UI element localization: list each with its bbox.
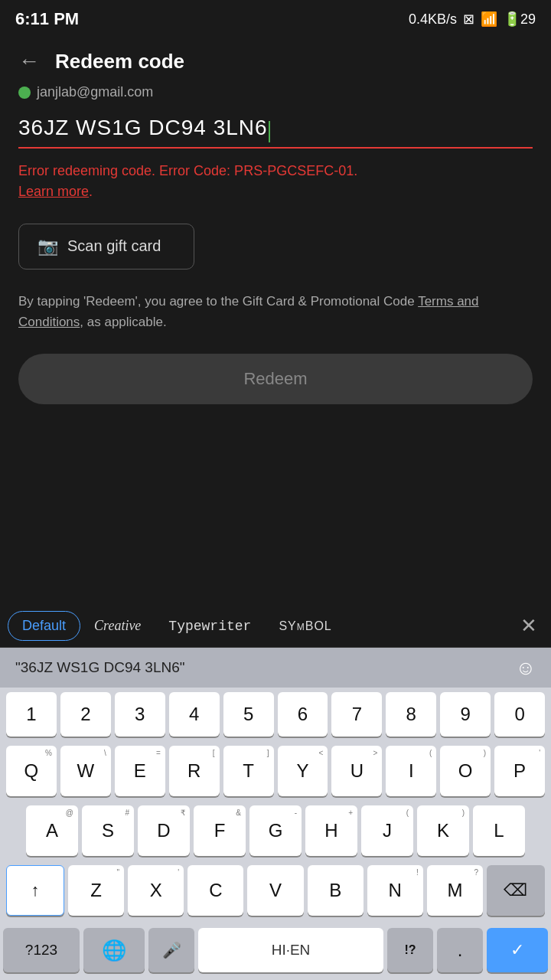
camera-icon: 📷 xyxy=(37,237,58,256)
shift-key[interactable]: ↑ xyxy=(6,865,64,916)
scan-button-label: Scan gift card xyxy=(67,237,161,255)
key-r[interactable]: [R xyxy=(169,746,220,796)
email-row: janjlab@gmail.com xyxy=(18,84,533,100)
key-4[interactable]: 4 xyxy=(169,692,220,737)
key-a[interactable]: @A xyxy=(26,805,78,856)
key-5[interactable]: 5 xyxy=(223,692,274,737)
tab-default[interactable]: Default xyxy=(8,611,80,641)
wifi-icon: 📶 xyxy=(481,11,497,28)
key-v[interactable]: V xyxy=(247,865,303,916)
error-text: Error redeeming code. Error Code: PRS-PG… xyxy=(18,163,357,178)
key-8[interactable]: 8 xyxy=(386,692,436,737)
autocomplete-text[interactable]: "36JZ WS1G DC94 3LN6" xyxy=(15,659,515,676)
key-y[interactable]: <Y xyxy=(278,746,328,796)
data-icon: ⊠ xyxy=(463,11,474,28)
key-1[interactable]: 1 xyxy=(6,692,57,737)
email-dot xyxy=(18,87,31,99)
status-bar: 6:11 PM 0.4KB/s ⊠ 📶 🔋29 xyxy=(0,0,551,38)
number-row: 1 2 3 4 5 6 7 8 9 0 xyxy=(3,688,548,741)
learn-more-link[interactable]: Learn more xyxy=(18,184,89,199)
network-speed: 0.4KB/s xyxy=(409,11,457,28)
header: ← Redeem code xyxy=(0,38,551,84)
key-j[interactable]: (J xyxy=(361,805,413,856)
status-time: 6:11 PM xyxy=(15,9,79,29)
key-f[interactable]: &F xyxy=(194,805,246,856)
key-b[interactable]: B xyxy=(308,865,364,916)
numbers-key[interactable]: ?123 xyxy=(3,928,80,972)
key-h[interactable]: +H xyxy=(305,805,357,856)
bottom-row: ?123 🌐 🎤 HI·EN !? . ✓ xyxy=(0,925,551,980)
key-g[interactable]: -G xyxy=(249,805,302,856)
text-cursor xyxy=(269,121,270,142)
error-message: Error redeeming code. Error Code: PRS-PG… xyxy=(18,161,533,202)
terms-text: By tapping 'Redeem', you agree to the Gi… xyxy=(18,291,533,332)
tab-symbol[interactable]: SYMBOL xyxy=(265,613,345,639)
key-d[interactable]: ₹D xyxy=(138,805,190,856)
tab-creative[interactable]: Creative xyxy=(80,612,155,640)
key-s[interactable]: #S xyxy=(82,805,134,856)
keyboard-area: Default Creative Typewriter SYMBOL ✕ "36… xyxy=(0,605,551,980)
emoji-button[interactable]: ☺ xyxy=(515,656,536,680)
key-p[interactable]: 'P xyxy=(494,746,545,796)
space-key[interactable]: HI·EN xyxy=(198,928,383,972)
dot-key[interactable]: . xyxy=(437,928,483,972)
enter-key[interactable]: ✓ xyxy=(487,928,548,972)
key-c[interactable]: C xyxy=(187,865,243,916)
key-n[interactable]: !N xyxy=(367,865,423,916)
status-right: 0.4KB/s ⊠ 📶 🔋29 xyxy=(409,11,536,28)
email-address: janjlab@gmail.com xyxy=(37,84,153,100)
key-l[interactable]: L xyxy=(473,805,525,856)
main-content: janjlab@gmail.com 36JZ WS1G DC94 3LN6 Er… xyxy=(0,84,551,420)
row-zxcvbnm: ↑ "Z 'X C V B !N ?M ⌫ xyxy=(3,861,548,920)
key-k[interactable]: )K xyxy=(417,805,469,856)
key-q[interactable]: %Q xyxy=(6,746,57,796)
key-7[interactable]: 7 xyxy=(331,692,382,737)
backspace-key[interactable]: ⌫ xyxy=(487,865,545,916)
mic-key[interactable]: 🎤 xyxy=(148,928,194,972)
key-2[interactable]: 2 xyxy=(60,692,111,737)
code-input-value[interactable]: 36JZ WS1G DC94 3LN6 xyxy=(18,116,268,139)
key-0[interactable]: 0 xyxy=(494,692,545,737)
keyboard-close-button[interactable]: ✕ xyxy=(514,608,543,644)
key-t[interactable]: ]T xyxy=(223,746,274,796)
autocomplete-bar: "36JZ WS1G DC94 3LN6" ☺ xyxy=(0,648,551,688)
key-i[interactable]: (I xyxy=(386,746,436,796)
key-3[interactable]: 3 xyxy=(115,692,165,737)
terms-suffix: , as applicable. xyxy=(80,315,166,329)
key-6[interactable]: 6 xyxy=(278,692,328,737)
font-tabs: Default Creative Typewriter SYMBOL ✕ xyxy=(0,605,551,648)
key-w[interactable]: \W xyxy=(60,746,111,796)
back-button[interactable]: ← xyxy=(15,46,43,77)
key-9[interactable]: 9 xyxy=(440,692,491,737)
tab-typewriter[interactable]: Typewriter xyxy=(155,612,265,640)
row-qwerty: %Q \W =E [R ]T <Y >U (I )O 'P xyxy=(3,741,548,801)
redeem-button[interactable]: Redeem xyxy=(18,354,533,404)
key-o[interactable]: )O xyxy=(440,746,491,796)
key-u[interactable]: >U xyxy=(331,746,382,796)
scan-gift-card-button[interactable]: 📷 Scan gift card xyxy=(18,224,194,270)
code-input-wrapper: 36JZ WS1G DC94 3LN6 xyxy=(18,116,533,149)
row-asdf: @A #S ₹D &F -G +H (J )K L xyxy=(3,801,548,861)
terms-prefix: By tapping 'Redeem', you agree to the Gi… xyxy=(18,294,418,309)
key-e[interactable]: =E xyxy=(115,746,165,796)
page-title: Redeem code xyxy=(55,50,184,74)
key-x[interactable]: 'X xyxy=(128,865,184,916)
globe-key[interactable]: 🌐 xyxy=(83,928,145,972)
excl-key[interactable]: !? xyxy=(387,928,433,972)
key-m[interactable]: ?M xyxy=(427,865,483,916)
key-rows-wrapper: 1 2 3 4 5 6 7 8 9 0 %Q \W =E [R ]T <Y >U… xyxy=(0,688,551,925)
key-z[interactable]: "Z xyxy=(68,865,124,916)
battery-icon: 🔋29 xyxy=(504,11,536,28)
